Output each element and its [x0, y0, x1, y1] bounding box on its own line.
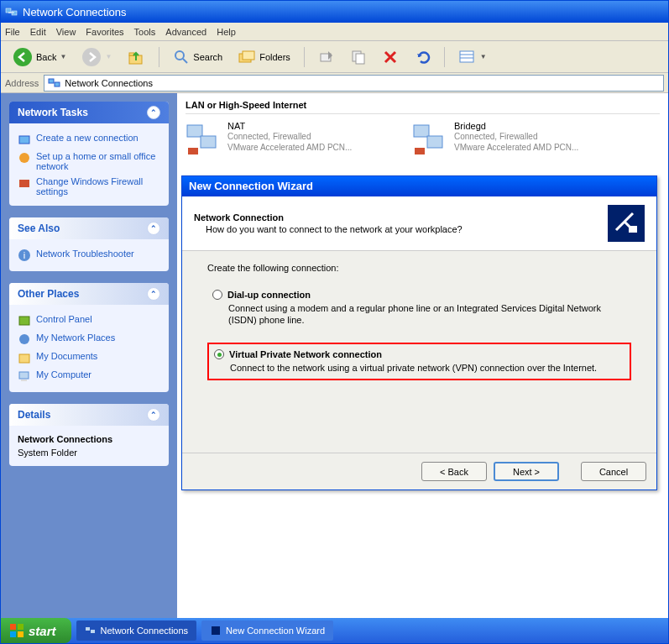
windows-logo-icon — [9, 623, 24, 638]
svg-rect-0 — [6, 8, 11, 13]
menu-file[interactable]: File — [5, 27, 20, 37]
svg-rect-32 — [414, 125, 429, 137]
wizard-buttons: < Back Next > Cancel — [182, 453, 656, 490]
undo-button[interactable] — [409, 47, 436, 67]
collapse-icon[interactable]: ⌃ — [147, 408, 160, 421]
back-button[interactable]: < Back — [421, 462, 487, 481]
menu-tools[interactable]: Tools — [134, 27, 156, 37]
search-icon — [173, 49, 190, 65]
option-dialup[interactable]: Dial-up connection Connect using a modem… — [207, 285, 631, 331]
svg-rect-37 — [18, 624, 24, 630]
window-icon — [5, 5, 18, 18]
menu-advanced[interactable]: Advanced — [165, 27, 206, 37]
forward-icon — [81, 47, 102, 67]
wizard-titlebar: New Connection Wizard — [182, 176, 656, 196]
other-places-header[interactable]: Other Places ⌃ — [9, 283, 169, 305]
svg-rect-36 — [10, 624, 16, 630]
forward-button[interactable]: ▼ — [76, 45, 117, 69]
collapse-icon[interactable]: ⌃ — [147, 287, 160, 301]
svg-point-20 — [19, 153, 29, 163]
taskbar-item-network[interactable]: Network Connections — [76, 620, 197, 641]
svg-point-4 — [82, 48, 101, 66]
views-button[interactable]: ▼ — [453, 47, 492, 67]
svg-rect-28 — [21, 380, 27, 381]
section-header: LAN or High-Speed Internet — [186, 98, 660, 114]
create-connection-link[interactable]: Create a new connection — [18, 130, 160, 149]
back-icon — [13, 47, 33, 67]
cancel-button[interactable]: Cancel — [581, 462, 646, 481]
collapse-icon[interactable]: ⌃ — [147, 222, 160, 235]
menubar: File Edit View Favorites Tools Advanced … — [1, 23, 668, 41]
svg-rect-27 — [19, 372, 29, 379]
address-input[interactable]: Network Connections — [44, 75, 664, 92]
svg-rect-10 — [243, 51, 254, 60]
search-button[interactable]: Search — [168, 47, 227, 67]
menu-favorites[interactable]: Favorites — [86, 27, 123, 37]
network-tasks-header[interactable]: Network Tasks ⌃ — [9, 102, 169, 123]
svg-rect-13 — [356, 54, 364, 64]
my-documents-link[interactable]: My Documents — [18, 348, 160, 367]
netconn-icon — [85, 625, 97, 636]
wizard-header: Network Connection How do you want to co… — [182, 196, 656, 251]
connection-nat[interactable]: NAT Connected, Firewalled VMware Acceler… — [186, 121, 387, 156]
details-name: Network Connections — [18, 432, 160, 446]
radio-dialup[interactable] — [212, 290, 222, 300]
window-title: Network Connections — [23, 6, 127, 18]
see-also-header[interactable]: See Also ⌃ — [9, 217, 169, 239]
move-button[interactable] — [313, 47, 340, 67]
wizard-icon — [608, 205, 645, 242]
next-button[interactable]: Next > — [494, 462, 559, 481]
svg-rect-33 — [427, 136, 442, 148]
svg-rect-34 — [415, 148, 425, 154]
dropdown-icon: ▼ — [105, 53, 112, 60]
folders-icon — [238, 49, 256, 65]
dropdown-icon: ▼ — [60, 53, 66, 60]
delete-button[interactable] — [377, 47, 404, 67]
menu-help[interactable]: Help — [217, 27, 236, 37]
wizard-heading: Network Connection — [194, 212, 463, 223]
svg-rect-14 — [460, 51, 473, 62]
connection-icon — [412, 121, 447, 156]
svg-rect-21 — [19, 180, 29, 187]
wizard-instruction: Create the following connection: — [207, 263, 631, 273]
other-places-box: Other Places ⌃ Control Panel My Network … — [9, 283, 169, 392]
taskbar-item-wizard[interactable]: New Connection Wizard — [201, 620, 333, 641]
svg-text:i: i — [24, 250, 25, 260]
svg-point-7 — [175, 51, 184, 60]
sidepanel: Network Tasks ⌃ Create a new connection … — [1, 93, 177, 618]
svg-rect-40 — [86, 627, 90, 631]
radio-vpn[interactable] — [214, 349, 224, 359]
option-vpn[interactable]: Virtual Private Network connection Conne… — [207, 343, 631, 380]
up-folder-icon — [127, 48, 145, 66]
troubleshooter-link[interactable]: iNetwork Troubleshooter — [18, 246, 160, 264]
connection-icon — [186, 121, 221, 156]
control-panel-link[interactable]: Control Panel — [18, 312, 160, 330]
setup-network-link[interactable]: Set up a home or small office network — [18, 149, 160, 174]
menu-edit[interactable]: Edit — [30, 27, 46, 37]
details-header[interactable]: Details ⌃ — [9, 404, 169, 426]
svg-rect-26 — [19, 354, 29, 363]
network-places-link[interactable]: My Network Places — [18, 330, 160, 348]
back-button[interactable]: Back ▼ — [8, 45, 71, 69]
toolbar: Back ▼ ▼ Search Folders ▼ — [1, 41, 668, 73]
start-button[interactable]: start — [1, 618, 71, 643]
firewall-link[interactable]: Change Windows Firewall settings — [18, 174, 160, 199]
svg-point-3 — [13, 48, 32, 66]
folders-button[interactable]: Folders — [233, 47, 295, 67]
svg-rect-19 — [19, 136, 29, 144]
copy-button[interactable] — [345, 47, 372, 67]
svg-point-25 — [19, 334, 29, 344]
svg-rect-30 — [201, 136, 216, 148]
delete-icon — [382, 49, 399, 65]
taskbar: start Network Connections New Connection… — [1, 618, 668, 643]
my-computer-link[interactable]: My Computer — [18, 367, 160, 385]
svg-rect-17 — [49, 79, 54, 83]
views-icon — [458, 49, 477, 65]
menu-view[interactable]: View — [56, 27, 76, 37]
connection-bridged[interactable]: Bridegd Connected, Firewalled VMware Acc… — [412, 121, 614, 156]
svg-rect-29 — [187, 125, 202, 137]
svg-rect-35 — [629, 226, 637, 233]
network-tasks-box: Network Tasks ⌃ Create a new connection … — [9, 102, 169, 206]
up-button[interactable] — [122, 46, 150, 68]
collapse-icon[interactable]: ⌃ — [147, 106, 160, 119]
